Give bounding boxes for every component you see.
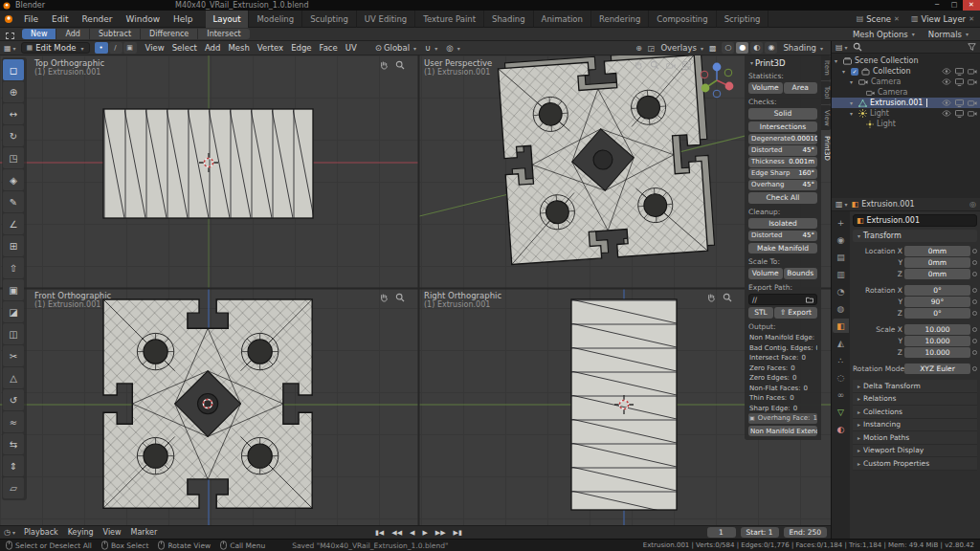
animate-dot[interactable] xyxy=(972,366,977,371)
tool-button[interactable]: ◈ xyxy=(3,169,24,190)
collapsed-panel-header[interactable]: ▸ Collections xyxy=(853,406,977,419)
material-shading-button[interactable]: ◐ xyxy=(750,42,763,54)
hide-toggle-eye-icon[interactable] xyxy=(942,110,951,117)
zoom-icon[interactable] xyxy=(395,60,405,70)
check-threshold-field[interactable]: Distorted45° xyxy=(748,145,817,156)
mesh-front-view[interactable] xyxy=(103,299,312,508)
tool-mode-button[interactable]: Add xyxy=(56,29,90,39)
make-manifold-button[interactable]: Make Manifold xyxy=(748,243,817,253)
disable-viewport-icon[interactable] xyxy=(955,110,964,118)
check-intersections-button[interactable]: Intersections xyxy=(748,121,817,132)
normals-dropdown[interactable]: Normals▾ xyxy=(928,30,969,39)
properties-tab[interactable]: ◭ xyxy=(833,336,849,350)
menu-item[interactable]: Select xyxy=(168,41,201,55)
wireframe-shading-button[interactable]: ○ xyxy=(722,42,734,54)
tool-button[interactable]: ◻ xyxy=(3,59,24,80)
non-manifold-extended-button[interactable]: Non Manifold Extended xyxy=(748,426,817,436)
edge-select-button[interactable]: / xyxy=(109,42,122,54)
value-field[interactable]: 0mm xyxy=(904,246,970,256)
properties-tab[interactable]: ◉ xyxy=(833,232,849,247)
cleanup-isolated-button[interactable]: Isolated xyxy=(748,218,817,229)
jump-to-end-button[interactable]: ▶▮ xyxy=(452,527,464,539)
hide-toggle-eye-icon[interactable] xyxy=(942,78,951,85)
animate-dot[interactable] xyxy=(972,272,977,276)
report-row[interactable]: Non Manifold Edge:0 xyxy=(748,333,817,343)
camera-view-icon[interactable] xyxy=(666,62,676,69)
scene-selector[interactable]: ▤ Scene ✕ xyxy=(857,14,900,24)
object-name-field[interactable]: ◧ Extrusion.001 xyxy=(853,214,977,227)
show-gizmo-toggle[interactable]: ⊕ xyxy=(635,44,642,53)
zoom-icon[interactable] xyxy=(650,60,659,70)
frame-end-field[interactable]: End: 250 xyxy=(784,527,827,538)
disable-viewport-icon[interactable] xyxy=(955,78,964,86)
menu-item[interactable]: Add xyxy=(201,41,224,55)
report-row[interactable]: Intersect Face:0 xyxy=(748,353,817,364)
rendered-shading-button[interactable]: ◉ xyxy=(765,42,777,54)
workspace-tab[interactable]: Compositing xyxy=(649,11,716,28)
pan-icon[interactable] xyxy=(379,293,389,302)
workspace-tab[interactable]: Animation xyxy=(534,11,591,28)
export-path-field[interactable]: // xyxy=(748,294,817,305)
next-keyframe-button[interactable]: ▶▶ xyxy=(434,527,448,539)
xray-toggle[interactable]: ▩ xyxy=(709,44,717,53)
zoom-icon[interactable] xyxy=(395,293,405,302)
tool-button[interactable]: ⇧ xyxy=(3,257,24,278)
workspace-tab[interactable]: UV Editing xyxy=(357,11,415,28)
navigation-gizmo[interactable] xyxy=(701,63,733,98)
properties-tab[interactable]: ∞ xyxy=(833,387,849,402)
tool-button[interactable]: ▱ xyxy=(3,477,24,498)
tool-button[interactable]: ↔ xyxy=(3,103,24,124)
tool-button[interactable]: ✎ xyxy=(3,191,24,212)
sidebar-tab[interactable]: View xyxy=(821,105,831,131)
tool-mode-button[interactable]: Subtract xyxy=(90,29,141,39)
properties-tab[interactable]: ◔ xyxy=(833,284,849,298)
volume-button[interactable]: Volume xyxy=(748,82,783,94)
animate-dot[interactable] xyxy=(972,311,977,316)
mode-dropdown[interactable]: ▦ Edit Mode ▾ xyxy=(21,42,90,54)
outliner-row[interactable]: ▾ Extrusion.001 xyxy=(832,98,980,108)
disable-render-icon[interactable] xyxy=(968,68,977,75)
animate-dot[interactable] xyxy=(972,339,977,343)
animate-dot[interactable] xyxy=(972,299,977,304)
sidebar-tab[interactable]: Print3D xyxy=(821,131,831,165)
tool-button[interactable]: ⇆ xyxy=(3,433,24,454)
tool-button[interactable]: ◳ xyxy=(3,147,24,168)
scale-bounds-button[interactable]: Bounds xyxy=(784,268,818,279)
3d-viewport[interactable]: ◻⊕↔↻◳◈✎∠⊞⇧▣◪◫✂△↺≈⇆⇕▱ Top Orthographic(1)… xyxy=(0,55,831,525)
overlays-toggle-icon[interactable]: ◲ xyxy=(648,44,656,53)
menu-item[interactable]: Face xyxy=(316,41,342,55)
tool-button[interactable]: ▣ xyxy=(3,279,24,300)
animate-dot[interactable] xyxy=(972,327,977,332)
tool-button[interactable]: △ xyxy=(3,367,24,388)
outliner-row[interactable]: Light xyxy=(832,119,980,129)
check-threshold-field[interactable]: Thickness0.001m xyxy=(748,157,817,167)
tool-button[interactable]: ≈ xyxy=(3,411,24,432)
report-row[interactable]: Sharp Edge:0 xyxy=(748,404,817,414)
menu-item[interactable]: Mesh xyxy=(224,41,253,55)
hide-toggle-eye-icon[interactable] xyxy=(942,99,951,106)
check-threshold-field[interactable]: Overhang45° xyxy=(748,180,817,190)
cleanup-distorted-field[interactable]: Distorted 45° xyxy=(748,231,817,241)
outliner-editor-button[interactable]: ▤▾ xyxy=(835,43,848,52)
tool-button[interactable]: ∠ xyxy=(3,213,24,234)
collection-checkbox[interactable]: ✓ xyxy=(851,68,858,76)
close-button[interactable]: ✕ xyxy=(963,0,980,11)
collapsed-panel-header[interactable]: ▸ Instancing xyxy=(853,419,977,432)
outliner-row[interactable]: ▾ Light xyxy=(832,108,980,119)
snap-toggle[interactable]: ∪▾ xyxy=(425,43,437,53)
workspace-tab[interactable]: Sculpting xyxy=(302,11,357,28)
frame-start-field[interactable]: Start: 1 xyxy=(741,527,779,538)
minimize-button[interactable]: ─ xyxy=(928,0,946,11)
tool-button[interactable]: ◪ xyxy=(3,301,24,322)
value-field[interactable]: 0mm xyxy=(904,269,970,279)
unlink-scene-icon[interactable]: ✕ xyxy=(894,15,900,23)
sidebar-tab[interactable]: Item xyxy=(821,55,831,80)
value-field[interactable]: 10.000 xyxy=(904,324,970,335)
report-row[interactable]: Thin Faces:0 xyxy=(748,393,817,404)
menu-item[interactable]: Keying xyxy=(63,526,99,540)
file-browse-icon[interactable] xyxy=(806,297,813,303)
expand-arrow[interactable]: ▾ xyxy=(835,57,840,64)
collapsed-panel-header[interactable]: ▸ Viewport Display xyxy=(853,445,977,458)
properties-tab[interactable]: ▽ xyxy=(833,405,849,419)
properties-tab[interactable]: ◌ xyxy=(833,370,849,385)
